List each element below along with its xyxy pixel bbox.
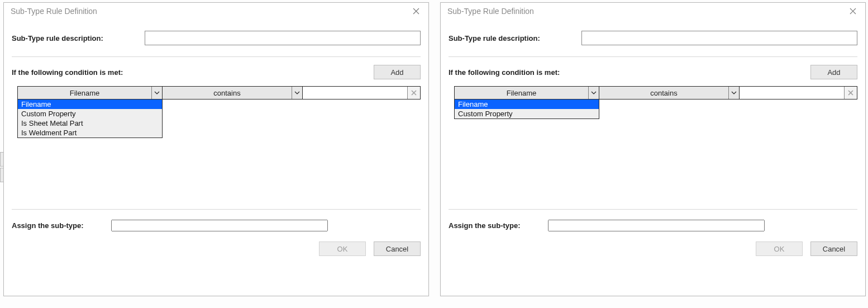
description-label: Sub-Type rule description: (12, 34, 145, 42)
condition-label: If the following condition is met: (12, 68, 123, 77)
close-icon[interactable] (845, 3, 861, 19)
condition-area: Filename contains (449, 84, 857, 209)
close-icon[interactable] (408, 3, 424, 19)
dialog-title: Sub-Type Rule Definition (11, 7, 408, 16)
assign-input[interactable] (111, 220, 328, 231)
chevron-down-icon (151, 87, 162, 99)
dropdown-option[interactable]: Is Sheet Metal Part (18, 119, 162, 128)
condition-header: If the following condition is met: Add (12, 57, 421, 84)
delete-row-icon[interactable] (844, 87, 857, 99)
dropdown-option[interactable]: Custom Property (18, 109, 162, 119)
cancel-button[interactable]: Cancel (810, 241, 857, 256)
description-row: Sub-Type rule description: (12, 24, 421, 57)
field-combobox-value: Filename (18, 89, 151, 97)
condition-row: Filename contains (454, 86, 857, 99)
condition-row: Filename contains (17, 86, 421, 99)
operator-combobox[interactable]: contains (599, 87, 740, 99)
dialog-title: Sub-Type Rule Definition (447, 7, 845, 16)
add-button[interactable]: Add (374, 65, 421, 79)
description-row: Sub-Type rule description: (449, 24, 857, 57)
field-dropdown-list[interactable]: FilenameCustom Property (454, 99, 599, 119)
field-combobox[interactable]: Filename (455, 87, 599, 99)
dialog-footer: OK Cancel (12, 239, 421, 257)
description-label: Sub-Type rule description: (449, 34, 581, 42)
chevron-down-icon (588, 87, 599, 99)
field-combobox[interactable]: Filename (18, 87, 163, 99)
value-input[interactable] (740, 87, 844, 99)
assign-row: Assign the sub-type: (449, 209, 857, 239)
operator-combobox-value: contains (599, 89, 728, 97)
ok-button[interactable]: OK (756, 241, 803, 256)
assign-label: Assign the sub-type: (12, 221, 111, 230)
condition-area: Filename contains (12, 84, 421, 209)
dropdown-option[interactable]: Filename (455, 99, 599, 109)
condition-label: If the following condition is met: (449, 68, 560, 77)
ok-button[interactable]: OK (319, 241, 366, 256)
delete-row-icon[interactable] (407, 87, 420, 99)
assign-label: Assign the sub-type: (449, 221, 548, 230)
description-input[interactable] (581, 31, 857, 45)
dropdown-option[interactable]: Filename (18, 99, 162, 109)
field-combobox-value: Filename (455, 89, 588, 97)
add-button[interactable]: Add (810, 65, 857, 79)
value-input[interactable] (303, 87, 407, 99)
subtype-rule-dialog-left: Sub-Type Rule Definition Sub-Type rule d… (3, 2, 429, 296)
assign-row: Assign the sub-type: (12, 209, 421, 239)
chevron-down-icon (728, 87, 739, 99)
dialog-footer: OK Cancel (449, 239, 857, 257)
assign-input[interactable] (548, 220, 765, 231)
field-dropdown-list[interactable]: FilenameCustom PropertyIs Sheet Metal Pa… (17, 99, 163, 138)
dropdown-option[interactable]: Custom Property (455, 109, 599, 119)
titlebar[interactable]: Sub-Type Rule Definition (4, 3, 428, 20)
dropdown-option[interactable]: Is Weldment Part (18, 128, 162, 138)
condition-header: If the following condition is met: Add (449, 57, 857, 84)
chevron-down-icon (292, 87, 302, 99)
operator-combobox-value: contains (163, 89, 292, 97)
description-input[interactable] (145, 31, 421, 45)
titlebar[interactable]: Sub-Type Rule Definition (441, 3, 865, 20)
subtype-rule-dialog-right: Sub-Type Rule Definition Sub-Type rule d… (440, 2, 866, 296)
cancel-button[interactable]: Cancel (374, 241, 421, 256)
operator-combobox[interactable]: contains (163, 87, 303, 99)
